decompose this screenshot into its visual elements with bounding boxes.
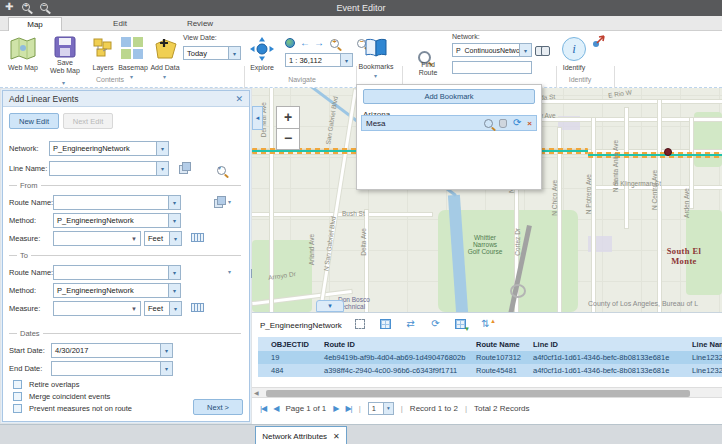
chevron-down-icon[interactable]: ▾ [156,162,168,175]
chevron-down-icon[interactable]: ▾ [228,47,240,59]
table-header-row[interactable]: OBJECTID Route ID Route Name Line ID Lin… [258,337,722,351]
from-method-select[interactable]: P_EngineeringNetwork ▾ [53,213,181,228]
close-icon[interactable]: ✕ [235,91,243,107]
to-method-select[interactable]: P_EngineeringNetwork ▾ [53,283,181,298]
chevron-down-icon[interactable]: ▾ [168,266,180,279]
col-line-id[interactable]: Line ID [533,340,692,349]
line-name-label: Line Name: [9,164,47,173]
map-zoom-out-button[interactable]: − [276,128,300,150]
panel-network-select[interactable]: P_EngineeringNetwork ▾ [49,141,169,156]
to-measure-combo[interactable]: ▼ [53,301,141,316]
chevron-down-icon[interactable]: ▾ [168,214,180,227]
chevron-down-icon[interactable]: ▼ [131,306,140,312]
col-line-name[interactable]: Line Name [692,340,722,349]
from-route-name-select[interactable]: ▾ [53,195,181,210]
merge-coincident-checkbox[interactable] [13,392,22,401]
tab-network-attributes[interactable]: Network Attributes ✕ [255,426,347,444]
chevron-down-icon[interactable]: ▾ [228,198,231,205]
retire-overlaps-checkbox[interactable] [13,380,22,389]
chevron-down-icon[interactable]: ▾ [218,164,221,171]
city-label: South El Monte [656,246,712,266]
export-records-icon[interactable]: ▾ [454,319,467,331]
chevron-down-icon[interactable]: ▼ [131,236,140,242]
chevron-down-icon[interactable]: ▾ [383,403,393,414]
from-measure-combo[interactable]: ▼ [53,231,141,246]
table-row[interactable]: 19 4eb9419b-af9b-4d04-ab69-1d490476802b … [258,351,722,364]
measure-on-map-icon[interactable] [191,303,204,312]
tab-edit[interactable]: Edit [94,17,146,31]
col-route-id[interactable]: Route ID [324,340,476,349]
scale-value: 1 : 36,112 [286,56,340,65]
chevron-down-icon[interactable]: ▾ [340,54,352,66]
zoom-in-tool-icon[interactable]: + [330,39,339,48]
collapse-table-icon[interactable]: ▾ [316,300,344,312]
chevron-down-icon[interactable]: ▾ [160,344,172,357]
identify-route-icon[interactable] [592,35,605,48]
pagination-bar: |◀ ◀ Page 1 of 1 ▶ ▶| | 1▾ | Record 1 to… [260,401,530,416]
tab-review[interactable]: Review [172,17,228,31]
scale-select[interactable]: 1 : 36,112 ▾ [285,53,353,67]
chevron-down-icon[interactable]: ▾ [169,302,181,315]
refresh-selection-icon[interactable]: ⟳ [429,319,442,331]
add-bookmark-button[interactable]: Add Bookmark [363,89,535,104]
page-select[interactable]: 1▾ [368,402,394,415]
last-page-icon[interactable]: ▶| [345,404,351,413]
binoculars-icon[interactable] [535,45,550,55]
full-extent-icon[interactable] [285,38,295,48]
bookmark-item-mesa[interactable]: Mesa ⟳ × [361,115,537,131]
next-extent-icon[interactable]: → [314,38,324,48]
chevron-down-icon[interactable]: ▾ [519,44,531,56]
prevent-measures-checkbox[interactable] [13,404,22,413]
collapse-panel-left-icon[interactable]: ◂ [252,106,263,130]
start-date-select[interactable]: 4/30/2017 ▾ [51,343,173,358]
tab-map[interactable]: Map [8,17,62,31]
show-table-icon[interactable] [379,319,392,331]
panel-header: Add Linear Events ✕ [3,91,249,107]
line-name-select[interactable]: ▾ [49,161,169,176]
chevron-down-icon[interactable]: ▾ [168,284,180,297]
close-icon[interactable]: ✕ [333,432,340,441]
chevron-down-icon[interactable]: ▾ [168,196,180,209]
zoom-to-bookmark-icon[interactable] [484,119,493,128]
next-edit-button[interactable]: Next Edit [63,113,113,129]
switch-selection-icon[interactable]: ⇄ [404,319,417,331]
previous-extent-icon[interactable]: ← [300,38,310,48]
street-label: E Rio W [608,88,633,98]
chevron-down-icon[interactable]: ▾ [156,142,168,155]
view-date-select[interactable]: Today ▾ [183,46,241,60]
select-records-icon[interactable] [354,319,367,331]
cell-line-name: Line12320 [692,366,722,375]
new-edit-button[interactable]: New Edit [9,113,59,129]
chevron-down-icon[interactable]: ▾ [160,362,172,375]
delete-bookmark-icon[interactable]: × [527,119,532,128]
chevron-down-icon[interactable]: ▾ [228,268,231,275]
map-zoom-in-button[interactable]: + [276,106,300,128]
next-button[interactable]: Next > [193,399,243,415]
street-label: San Gabriel Blvd [324,96,339,145]
to-units-select[interactable]: Feet ▾ [144,301,182,316]
select-line-on-map-icon[interactable] [179,162,191,174]
network-select[interactable]: P_ContinuousNetwork ▾ [452,43,532,57]
table-row[interactable]: 484 a398ff4c-2940-4c00-96b6-c6343f9f1711… [258,364,722,377]
horizontal-scrollbar[interactable]: ◀ [252,387,722,398]
freeway-interchange [510,284,526,298]
scroll-left-icon[interactable]: ◀ [254,389,259,396]
measure-on-map-icon[interactable] [191,233,204,242]
scrollbar-thumb[interactable] [266,390,690,397]
prev-page-icon[interactable]: ◀ [273,404,278,413]
col-objectid[interactable]: OBJECTID [271,340,324,349]
next-page-icon[interactable]: ▶ [333,404,338,413]
sort-records-icon[interactable]: ⇅▴ [479,319,492,331]
to-route-name-select[interactable]: ▾ [53,265,181,280]
table-toolbar: P_EngineeringNetwork ⇄ ⟳ ▾ ⇅▴ [260,317,492,333]
route-search-input[interactable] [452,61,532,74]
from-units-select[interactable]: Feet ▾ [144,231,182,246]
first-page-icon[interactable]: |◀ [260,404,266,413]
end-date-select[interactable]: ▾ [51,361,173,376]
pan-to-bookmark-icon[interactable] [499,119,507,128]
refresh-bookmark-icon[interactable]: ⟳ [513,118,521,128]
left-panel-area: Add Linear Events ✕ New Edit Next Edit N… [0,88,252,444]
select-route-on-map-icon[interactable] [214,196,226,208]
chevron-down-icon[interactable]: ▾ [169,232,181,245]
col-route-name[interactable]: Route Name [476,340,533,349]
